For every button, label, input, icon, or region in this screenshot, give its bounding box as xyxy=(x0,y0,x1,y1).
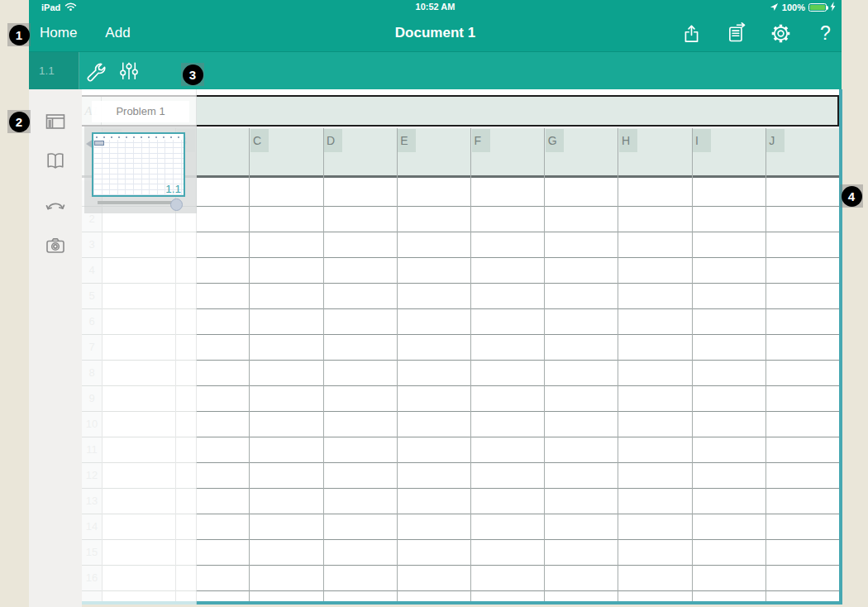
grid-column-line xyxy=(249,128,250,601)
grid-column-line xyxy=(692,128,693,601)
help-icon: ? xyxy=(820,22,831,45)
settings-gear-icon xyxy=(770,22,792,45)
page-toolbar: 1.1 xyxy=(29,52,842,89)
utilities-button[interactable] xyxy=(45,151,66,172)
grid-column-line xyxy=(544,128,545,601)
column-header-h[interactable]: H xyxy=(619,129,637,152)
grid-column-line xyxy=(765,128,766,601)
settings-button[interactable] xyxy=(770,22,792,45)
location-arrow-icon xyxy=(770,0,779,15)
page-tab-label: 1.1 xyxy=(39,52,55,89)
status-bar: iPad 10:52 AM 100% xyxy=(29,0,842,14)
undo-redo-button[interactable] xyxy=(45,195,66,217)
callout-4: 4 xyxy=(840,184,863,208)
lightning-bolt-icon xyxy=(830,0,836,15)
grid-column-line xyxy=(323,128,324,601)
wrench-icon xyxy=(83,60,106,83)
page-thumbnail-1-1[interactable]: 1.1 xyxy=(92,132,185,197)
camera-icon xyxy=(45,235,66,256)
status-right: 100% xyxy=(770,0,836,14)
column-header-j[interactable]: J xyxy=(766,129,785,152)
undo-redo-icon xyxy=(45,195,66,217)
page-tab-1-1[interactable]: 1.1 xyxy=(29,52,79,89)
ti-nspire-app: iPad 10:52 AM 100% xyxy=(29,0,842,607)
page-sorter-button[interactable] xyxy=(45,111,66,132)
tools-button[interactable] xyxy=(83,60,106,82)
sliders-icon xyxy=(117,60,140,82)
page-drag-handle[interactable] xyxy=(170,198,183,211)
column-header-i[interactable]: I xyxy=(693,129,711,152)
callout-2-number: 2 xyxy=(16,115,22,129)
problem-label[interactable]: Problem 1 xyxy=(92,101,189,122)
callout-3: 3 xyxy=(181,63,204,86)
help-button[interactable]: ? xyxy=(814,22,837,45)
battery-icon xyxy=(808,3,827,12)
thumbnail-column-ticks xyxy=(96,136,181,139)
send-page-button[interactable] xyxy=(725,22,747,45)
page-divider-bar xyxy=(98,201,174,204)
grid-column-line xyxy=(397,128,398,601)
utilities-book-icon xyxy=(45,151,66,172)
callout-3-number: 3 xyxy=(189,68,196,82)
column-header-f[interactable]: F xyxy=(472,129,490,152)
nav-right: ? xyxy=(680,14,837,52)
camera-button[interactable] xyxy=(45,235,66,256)
callout-1-number: 1 xyxy=(16,28,22,42)
thumbnail-page-number: 1.1 xyxy=(165,183,181,195)
callout-1: 1 xyxy=(7,23,31,46)
content-right-border xyxy=(839,89,842,605)
send-page-icon xyxy=(726,22,747,44)
column-header-c[interactable]: C xyxy=(250,129,269,152)
column-header-d[interactable]: D xyxy=(324,129,342,152)
page-sorter-icon xyxy=(45,111,66,132)
grid-column-line xyxy=(618,128,618,601)
column-header-g[interactable]: G xyxy=(546,129,564,152)
callout-2: 2 xyxy=(7,110,31,133)
screenshot-root: iPad 10:52 AM 100% xyxy=(0,0,868,607)
grid-column-line xyxy=(470,128,471,601)
nav-bar: Home Add Document 1 xyxy=(29,14,842,52)
inspector-button[interactable] xyxy=(117,60,140,82)
page-sorter-panel: Problem 1 1.1 xyxy=(82,89,197,605)
toolbar-icons xyxy=(83,52,140,89)
share-button[interactable] xyxy=(680,22,703,45)
share-icon xyxy=(681,23,702,44)
sidebar xyxy=(29,89,82,607)
clock: 10:52 AM xyxy=(29,0,842,14)
callout-4-number: 4 xyxy=(848,189,855,203)
thumbnail-selected-cell xyxy=(94,141,104,146)
column-header-e[interactable]: E xyxy=(398,129,416,152)
battery-percent: 100% xyxy=(782,2,805,12)
